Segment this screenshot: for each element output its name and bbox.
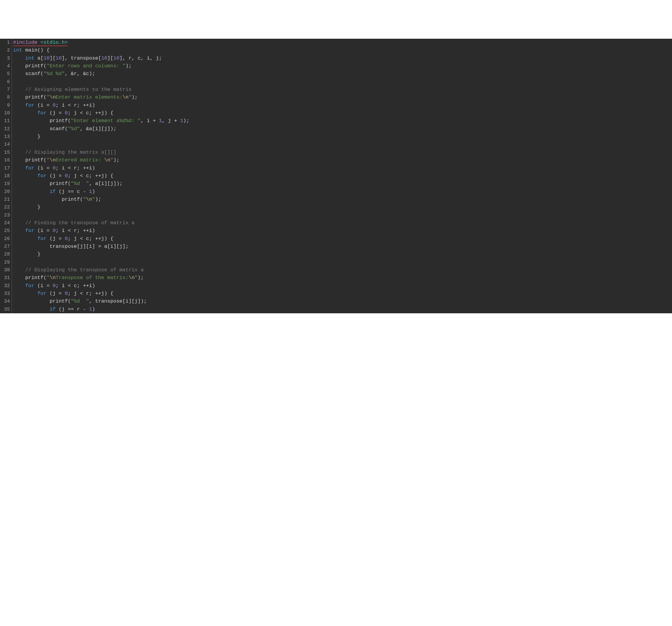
code-line[interactable]: printf("\n"); bbox=[13, 196, 672, 203]
code-line[interactable]: // Finding the transpose of matrix a bbox=[13, 219, 672, 227]
code-token bbox=[13, 189, 49, 194]
code-token: int bbox=[25, 55, 34, 61]
code-token bbox=[13, 236, 38, 241]
line-number: 31 bbox=[1, 274, 10, 282]
code-token: ( bbox=[44, 94, 46, 100]
code-token: "%d" bbox=[68, 126, 80, 132]
code-line[interactable]: scanf("%d %d", &r, &c); bbox=[13, 70, 672, 78]
code-line[interactable]: scanf("%d", &a[i][j]); bbox=[13, 125, 672, 133]
code-token: "%d %d" bbox=[44, 71, 65, 76]
code-line[interactable]: for (j = 0; j < c; ++j) { bbox=[13, 172, 672, 180]
code-token: ( bbox=[68, 298, 71, 304]
code-token: ( bbox=[65, 126, 68, 132]
line-number: 11 bbox=[1, 117, 10, 125]
code-token bbox=[13, 220, 25, 226]
code-line[interactable]: for (j = 0; j < c; ++j) { bbox=[13, 235, 672, 243]
code-line[interactable] bbox=[13, 141, 672, 148]
code-token: #include bbox=[13, 40, 41, 45]
code-line[interactable] bbox=[13, 258, 672, 266]
code-line[interactable]: transpose[j][i] = a[i][j]; bbox=[13, 243, 672, 251]
code-line[interactable] bbox=[13, 211, 672, 219]
code-token: ); bbox=[131, 94, 138, 100]
code-token: ; i < r; ++i) bbox=[56, 165, 95, 171]
code-line[interactable]: for (j = 0; j < c; ++j) { bbox=[13, 109, 672, 117]
code-line[interactable]: for (i = 0; i < r; ++i) bbox=[13, 101, 672, 109]
code-line[interactable]: for (i = 0; i < c; ++i) bbox=[13, 282, 672, 290]
code-token bbox=[13, 87, 25, 92]
code-token: \n bbox=[49, 157, 55, 163]
code-token: \n bbox=[122, 94, 128, 100]
code-token: for bbox=[38, 291, 47, 296]
code-token: scanf bbox=[49, 126, 65, 132]
code-line[interactable]: } bbox=[13, 133, 672, 141]
code-token: ); bbox=[183, 118, 189, 123]
code-token: ; i < r; ++i) bbox=[56, 102, 95, 108]
code-line[interactable]: #include <stdio.h> bbox=[13, 39, 672, 46]
code-token: (j == r - bbox=[56, 306, 89, 312]
code-token: printf bbox=[49, 298, 68, 304]
code-token: } bbox=[13, 204, 41, 210]
code-token: 0 bbox=[53, 102, 56, 108]
line-number: 34 bbox=[1, 298, 10, 305]
code-token: , i + bbox=[141, 118, 159, 123]
code-token: for bbox=[25, 102, 34, 108]
code-token: , a[i][j]); bbox=[89, 181, 122, 186]
code-line[interactable]: int main() { bbox=[13, 46, 672, 54]
code-line[interactable]: printf("\nEntered matrix: \n"); bbox=[13, 156, 672, 164]
line-number: 35 bbox=[1, 305, 10, 313]
code-token: 1 bbox=[89, 306, 92, 312]
code-token bbox=[13, 165, 25, 171]
code-editor[interactable]: 1234567891011121314151617181920212223242… bbox=[0, 39, 672, 313]
code-content-pane[interactable]: #include <stdio.h>int main() { int a[10]… bbox=[12, 39, 672, 313]
code-line[interactable]: printf("Enter element a%d%d: ", i + 1, j… bbox=[13, 117, 672, 125]
code-line[interactable]: // Displaying the transpose of matrix a bbox=[13, 266, 672, 274]
code-line[interactable]: } bbox=[13, 203, 672, 211]
code-token: (i = bbox=[34, 165, 52, 171]
code-token bbox=[13, 181, 49, 186]
code-line[interactable]: // Displaying the matrix a[][] bbox=[13, 148, 672, 156]
code-line[interactable]: } bbox=[13, 251, 672, 258]
line-number: 23 bbox=[1, 211, 10, 219]
code-token: Transpose of the matrix: bbox=[56, 275, 129, 281]
code-line[interactable]: printf("Enter rows and columns: "); bbox=[13, 62, 672, 70]
code-token: ( bbox=[68, 118, 71, 123]
code-token: (j = bbox=[46, 291, 65, 296]
code-line[interactable]: printf("\nEnter matrix elements:\n"); bbox=[13, 94, 672, 101]
code-line[interactable]: for (i = 0; i < r; ++i) bbox=[13, 164, 672, 172]
code-token: " bbox=[110, 157, 113, 163]
code-token: if bbox=[49, 306, 55, 312]
code-line[interactable]: // Assigning elements to the matrix bbox=[13, 86, 672, 94]
code-token: ( bbox=[44, 275, 46, 281]
line-number: 33 bbox=[1, 290, 10, 298]
code-line[interactable]: printf("%d ", transpose[i][j]); bbox=[13, 298, 672, 305]
code-line[interactable]: printf("%d ", a[i][j]); bbox=[13, 180, 672, 188]
code-line[interactable]: if (j == r - 1) bbox=[13, 305, 672, 313]
code-token: , &a[i][j]); bbox=[80, 126, 116, 132]
code-line[interactable]: for (j = 0; j < r; ++j) { bbox=[13, 290, 672, 298]
code-line[interactable]: int a[10][10], transpose[10][10], r, c, … bbox=[13, 54, 672, 62]
code-token: , transpose[i][j]); bbox=[89, 298, 147, 304]
code-token: ( bbox=[41, 71, 44, 76]
code-token: 1 bbox=[180, 118, 183, 123]
line-number: 4 bbox=[1, 62, 10, 70]
code-token: " bbox=[46, 275, 49, 281]
code-token: ], r, c, i, j; bbox=[119, 55, 162, 61]
code-line[interactable]: printf("\nTranspose of the matrix:\n"); bbox=[13, 274, 672, 282]
line-number: 27 bbox=[1, 243, 10, 251]
code-token: Enter matrix elements: bbox=[56, 94, 122, 100]
code-line[interactable]: if (j == c - 1) bbox=[13, 188, 672, 196]
code-line[interactable] bbox=[13, 78, 672, 86]
code-token: 10 bbox=[44, 55, 49, 61]
code-token: // Displaying the matrix a[][] bbox=[25, 149, 116, 155]
code-token: " bbox=[46, 94, 49, 100]
code-token: main bbox=[25, 47, 38, 53]
code-token: 10 bbox=[114, 55, 119, 61]
code-token bbox=[13, 306, 49, 312]
code-token: ; j < c; ++j) { bbox=[68, 110, 114, 116]
code-line[interactable]: for (i = 0; i < r; ++i) bbox=[13, 227, 672, 235]
code-token: \n bbox=[104, 157, 110, 163]
code-token: ( bbox=[68, 181, 71, 186]
line-number: 1 bbox=[1, 39, 10, 46]
code-token: 1 bbox=[159, 118, 162, 123]
code-token: ); bbox=[125, 63, 131, 69]
